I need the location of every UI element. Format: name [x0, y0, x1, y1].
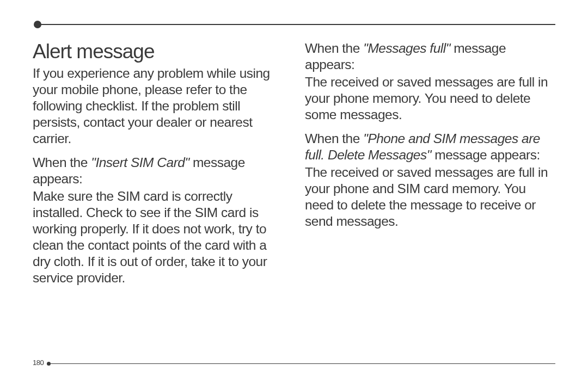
sub-text-quote: "Insert SIM Card" — [91, 155, 189, 170]
sub-text-quote: "Messages full" — [363, 41, 450, 55]
two-column-layout: Alert message If you experience any prob… — [33, 40, 555, 294]
page-number: 180 — [33, 359, 44, 367]
subheading-phone-sim-full: When the "Phone and SIM messages are ful… — [305, 131, 555, 163]
sub-text-pre: When the — [33, 155, 91, 170]
column-left: Alert message If you experience any prob… — [33, 40, 283, 294]
intro-paragraph: If you experience any problem while usin… — [33, 65, 283, 147]
manual-page: Alert message If you experience any prob… — [0, 0, 588, 383]
rule-line — [49, 363, 555, 364]
subheading-messages-full: When the "Messages full" message appears… — [305, 40, 555, 73]
sub-text-post: message appears: — [431, 147, 540, 162]
sub-text-pre: When the — [305, 41, 363, 55]
sub-text-pre: When the — [305, 131, 363, 146]
bottom-rule-decoration: 180 — [33, 361, 555, 367]
top-rule-decoration — [34, 21, 555, 28]
column-right: When the "Messages full" message appears… — [305, 40, 555, 294]
section-heading: Alert message — [33, 40, 283, 63]
rule-line — [37, 24, 555, 25]
body-phone-sim-full: The received or saved messages are full … — [305, 164, 555, 230]
subheading-insert-sim: When the "Insert SIM Card" message appea… — [33, 155, 283, 187]
body-messages-full: The received or saved messages are full … — [305, 74, 555, 123]
body-insert-sim: Make sure the SIM card is correctly inst… — [33, 188, 283, 286]
